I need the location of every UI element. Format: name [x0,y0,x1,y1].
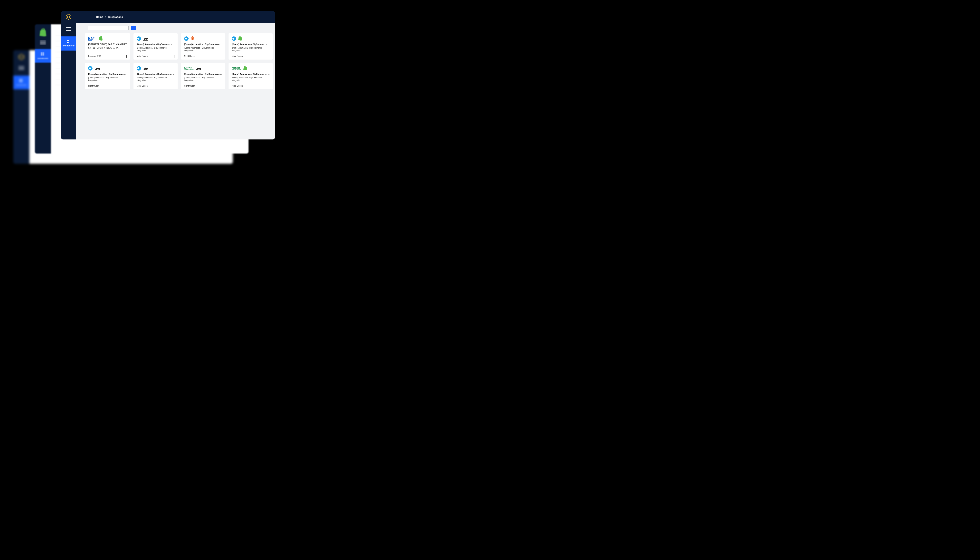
integrations-grid: SAP[BEEHEXA DEMO] SAP B1 - SHOPIFYSAP B1… [85,33,266,89]
content-area: SAP[BEEHEXA DEMO] SAP B1 - SHOPIFYSAP B1… [76,23,275,140]
more-vertical-icon [126,55,127,56]
dashboard-icon [19,79,23,83]
card-logos [137,66,174,71]
card-subtitle: [Demo] Acumatica - BigCommerce Integrati… [137,47,170,52]
card-owner: Beehexa CRM [88,53,127,57]
svg-marker-0 [18,54,24,60]
card-owner: Night Queen [184,83,222,87]
app-logo[interactable] [65,14,72,20]
acumatica-logo-icon [137,37,141,41]
integration-card[interactable]: [Demo] Acumatica - BigCommerce ...[Demo]… [181,33,225,60]
card-subtitle: [Demo] Acumatica - BigCommerce Integrati… [137,77,170,82]
sidebar-item-dashboard: DASHBOARD [35,49,51,63]
acumatica-logo-icon [184,37,189,41]
sidebar-item-dashboard[interactable]: DASHBOARD [61,37,76,50]
dashboard-icon [41,52,45,57]
card-logos: SAP [88,36,127,41]
integration-card[interactable]: [Demo] Acumatica - BigCommerce ...[Demo]… [134,63,178,89]
integration-card[interactable]: KiotVietCông Bán Làm Giàu[Demo] Acumatic… [181,63,225,89]
card-title: [Demo] Acumatica - BigCommerce ... [184,73,222,75]
card-title: [Demo] Acumatica - BigCommerce ... [88,73,127,75]
card-subtitle: SAP B1 - SHOPIFY INTEGRATION [88,47,127,49]
card-title: [Demo] Acumatica - BigCommerce ... [232,73,269,75]
menu-toggle-button[interactable] [66,27,71,31]
card-owner: Night Queen [137,83,174,87]
shopify-logo-icon [39,28,47,37]
breadcrumb-home[interactable]: Home [96,15,103,18]
acumatica-logo-icon [232,37,236,41]
card-subtitle: [Demo] Acumatica - BigCommerce Integrati… [184,47,217,52]
hamburger-icon [66,27,71,28]
card-title: [Demo] Acumatica - BigCommerce ... [137,43,174,45]
card-subtitle: [Demo] Acumatica - BigCommerce Integrati… [88,77,122,82]
card-title: [BEEHEXA DEMO] SAP B1 - SHOPIFY [88,43,127,45]
card-logos [232,36,269,41]
breadcrumb-current: Integrations [109,15,123,18]
card-owner: Night Queen [88,83,127,87]
integration-card[interactable]: [Demo] Acumatica - BigCommerce ...[Demo]… [134,33,178,60]
card-subtitle: [Demo] Acumatica - BigCommerce Integrati… [232,47,265,52]
integration-card[interactable]: [Demo] Acumatica - BigCommerce ...[Demo]… [229,33,273,60]
hex-logo-icon [65,14,72,20]
acumatica-logo-icon [137,66,141,70]
bigcommerce-logo-icon [143,37,149,40]
search-input[interactable] [88,26,129,30]
card-menu-button[interactable] [125,55,128,58]
card-title: [Demo] Acumatica - BigCommerce ... [137,73,174,75]
bigcommerce-logo-icon [143,67,149,70]
sap-logo-icon: SAP [88,37,97,40]
bigcommerce-logo-icon [195,67,201,70]
sidebar-item-label: DASHBOARD [38,58,48,59]
hamburger-icon [40,41,46,44]
bigcommerce-logo-icon [95,67,100,70]
card-subtitle: [Demo] Acumatica - BigCommerce Integrati… [184,77,217,82]
more-vertical-icon [174,55,174,56]
sidebar-item-dashboard: DASHBOARD [13,76,29,89]
sidebar: DASHBOARD [61,23,76,140]
card-title: [Demo] Acumatica - BigCommerce ... [184,43,222,45]
card-logos [184,36,222,41]
main-window: Home > Integrations DASHBOARD SAP[BEEHEX… [61,11,275,140]
card-owner: Night Queen [184,53,222,57]
search-button[interactable] [131,26,136,30]
dashboard-icon [67,40,70,44]
kiotviet-logo-icon: KiotVietCông Bán Làm Giàu [184,67,194,70]
shopify-logo-icon [238,36,242,41]
magento-logo-icon [190,36,194,41]
kiotviet-logo-icon: KiotVietCông Bán Làm Giàu [232,67,241,70]
breadcrumb-separator: > [105,16,106,18]
integration-card[interactable]: KiotVietCông Bán Làm Giàu[Demo] Acumatic… [229,63,273,89]
card-subtitle: [Demo] Acumatica - BigCommerce Integrati… [232,77,265,82]
shopify-logo-icon [99,36,103,41]
integration-card[interactable]: SAP[BEEHEXA DEMO] SAP B1 - SHOPIFYSAP B1… [85,33,130,60]
card-owner: Night Queen [137,53,174,57]
acumatica-logo-icon [88,66,92,70]
breadcrumb: Home > Integrations [96,15,123,18]
card-logos [137,36,174,41]
hamburger-icon [18,66,24,70]
sidebar-item-label: DASHBOARD [62,45,75,47]
topbar: Home > Integrations [61,11,275,23]
sidebar-item-label: DASHBOARD [16,84,27,86]
card-logos: KiotVietCông Bán Làm Giàu [184,66,222,71]
card-logos: KiotVietCông Bán Làm Giàu [232,66,269,71]
card-menu-button[interactable] [173,55,175,58]
card-owner: Night Queen [232,53,269,57]
shopify-logo-icon [243,66,247,71]
card-owner: Night Queen [232,83,269,87]
integration-card[interactable]: [Demo] Acumatica - BigCommerce ...[Demo]… [85,63,130,89]
card-logos [88,66,127,71]
hex-logo-icon [18,54,25,60]
card-title: [Demo] Acumatica - BigCommerce ... [232,43,269,45]
